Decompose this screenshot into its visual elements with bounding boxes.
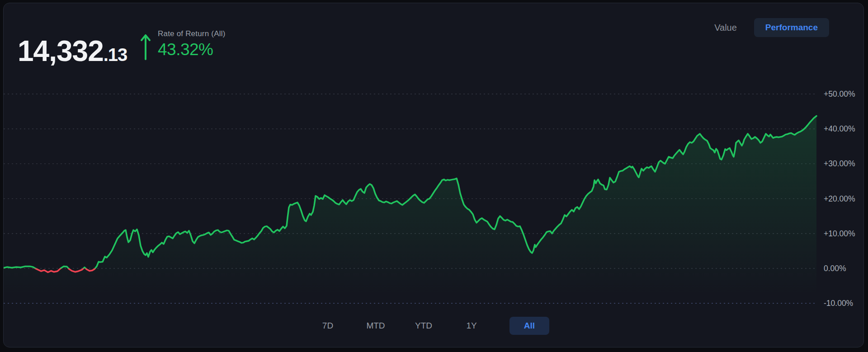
- performance-card: +50.00%+40.00%+30.00%+20.00%+10.00%0.00%…: [3, 3, 864, 347]
- up-arrow-icon: [140, 32, 151, 61]
- rate-of-return-value: 43.32%: [158, 40, 226, 59]
- view-toggle: Value Performance: [714, 18, 829, 37]
- screen: { "header": { "value_int": "14,332", "va…: [0, 0, 868, 352]
- timeframe-1y[interactable]: 1Y: [462, 317, 481, 335]
- portfolio-value: 14,332.13: [18, 37, 127, 66]
- portfolio-value-integer: 14,332: [18, 35, 104, 67]
- portfolio-value-decimal: .13: [104, 45, 127, 65]
- tab-performance[interactable]: Performance: [754, 18, 829, 37]
- performance-chart[interactable]: +50.00%+40.00%+30.00%+20.00%+10.00%0.00%…: [4, 3, 864, 347]
- y-axis-tick-label: +10.00%: [824, 229, 855, 238]
- y-axis-tick-label: +30.00%: [824, 159, 855, 168]
- timeframe-selector: 7D MTD YTD 1Y All: [4, 317, 863, 335]
- timeframe-7d[interactable]: 7D: [318, 317, 338, 335]
- y-axis-tick-label: +40.00%: [824, 124, 855, 133]
- rate-of-return-text: Rate of Return (All) 43.32%: [158, 29, 226, 59]
- rate-of-return-label: Rate of Return (All): [158, 29, 226, 38]
- rate-of-return-block: Rate of Return (All) 43.32%: [140, 29, 226, 61]
- tab-value[interactable]: Value: [714, 23, 737, 33]
- y-axis-tick-label: +20.00%: [824, 194, 855, 203]
- y-axis-tick-label: -10.00%: [824, 299, 853, 308]
- y-axis-tick-label: 0.00%: [824, 264, 846, 273]
- timeframe-all[interactable]: All: [509, 317, 549, 335]
- timeframe-mtd[interactable]: MTD: [366, 317, 386, 335]
- timeframe-ytd[interactable]: YTD: [414, 317, 434, 335]
- y-axis-tick-label: +50.00%: [824, 89, 855, 99]
- chart-area-fill: [4, 116, 816, 310]
